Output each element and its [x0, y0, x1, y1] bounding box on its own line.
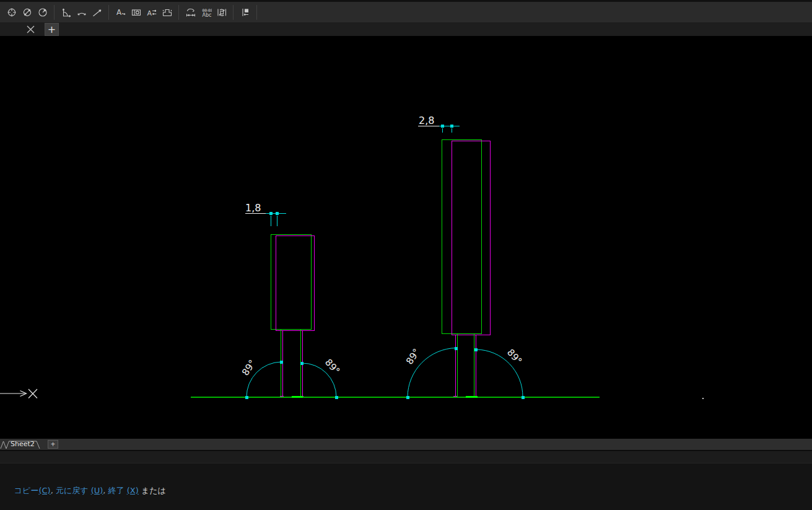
svg-text:A: A: [116, 8, 122, 17]
realign-dimension-icon: [240, 7, 251, 18]
right-post-stem-green[interactable]: [457, 333, 474, 397]
command-option-undo[interactable]: 元に戻す: [56, 486, 91, 495]
left-post-head-magenta[interactable]: [276, 235, 314, 330]
right-post-head-magenta[interactable]: [452, 141, 490, 335]
toolbar-separator: [54, 5, 55, 20]
angle-label[interactable]: 89°: [323, 357, 342, 377]
right-post-angle-dimensions[interactable]: [408, 348, 523, 398]
radius-dimension-button[interactable]: [35, 4, 50, 20]
align-dimension-text-icon: A: [146, 7, 157, 18]
right-post-drawing[interactable]: 89° 89° 2,8: [404, 115, 524, 399]
command-option-copy-key[interactable]: (C): [38, 486, 50, 495]
dimension-value[interactable]: 1,8: [245, 202, 261, 214]
left-post-stem-green[interactable]: [281, 329, 301, 397]
toolbar-separator: [178, 5, 179, 20]
command-prompt-suffix: または: [139, 486, 166, 495]
smart-dimension-icon: [185, 7, 196, 18]
selection-grips[interactable]: [406, 125, 525, 399]
text-leader-icon: A: [115, 7, 126, 18]
center-mark-button[interactable]: [4, 4, 19, 20]
right-post-width-dimension[interactable]: 2,8: [418, 115, 460, 133]
left-post-angle-dimensions[interactable]: [247, 362, 336, 397]
sheet-tab-sheet2[interactable]: Sheet2: [11, 440, 35, 448]
svg-text:Abc: Abc: [202, 12, 211, 18]
radius-dimension-icon: [37, 7, 48, 18]
right-post-head-green[interactable]: [442, 139, 481, 333]
command-option-exit[interactable]: 終了: [108, 486, 127, 495]
left-post-stem-magenta[interactable]: [280, 330, 303, 396]
dimension-toolbar: A A 88.88: [0, 2, 812, 22]
command-option-undo-key[interactable]: (U): [91, 486, 103, 495]
feature-control-frame-button[interactable]: [128, 4, 144, 20]
align-dimension-text-button[interactable]: A: [144, 4, 159, 20]
angular-dimension-button[interactable]: [58, 4, 74, 20]
angle-label[interactable]: 89°: [404, 346, 422, 366]
feature-control-frame-icon: [131, 7, 142, 18]
rotate-dimension-text-icon: [216, 7, 227, 18]
dimension-text-edit-icon: 88.88 Abc: [201, 7, 212, 18]
command-option-copy[interactable]: コピー: [14, 486, 39, 495]
command-window-border: [0, 450, 812, 464]
dimension-text-edit-button[interactable]: 88.88 Abc: [198, 4, 214, 20]
left-post-width-dimension[interactable]: 1,8: [245, 202, 286, 226]
rotate-dimension-text-button[interactable]: [214, 4, 229, 20]
drawing-canvas[interactable]: 89° 89° 1,8: [0, 36, 812, 439]
x-axis-glyph: [28, 389, 37, 398]
command-window[interactable]: コピー(C), 元に戻す (U), 終了 (X) または: [0, 464, 812, 510]
separator-text: ,: [103, 486, 108, 495]
leader-icon: [92, 7, 103, 18]
smart-dimension-button[interactable]: [183, 4, 198, 20]
cad-application-window: A A 88.88: [0, 0, 812, 510]
svg-text:A: A: [147, 9, 152, 17]
sheet-tab-bar: Sheet2 +: [0, 439, 812, 450]
realign-dimension-button[interactable]: [237, 4, 253, 20]
toolbar-separator: [233, 5, 234, 20]
svg-text:88.88: 88.88: [202, 7, 212, 12]
toolbar-separator: [256, 5, 257, 20]
toolbar-separator: [108, 5, 109, 20]
add-sheet-button[interactable]: +: [48, 440, 58, 449]
center-mark-icon: [6, 7, 17, 18]
left-post-head-green[interactable]: [271, 234, 311, 329]
pick-point-dot: [702, 398, 704, 399]
command-prompt-line: コピー(C), 元に戻す (U), 終了 (X) または: [0, 476, 812, 506]
oblique-dimension-icon: [162, 7, 173, 18]
dimension-value[interactable]: 2,8: [419, 115, 434, 126]
document-tab-bar: +: [0, 22, 812, 36]
command-option-exit-key[interactable]: (X): [127, 486, 139, 495]
diameter-dimension-button[interactable]: [19, 4, 35, 20]
left-post-drawing[interactable]: 89° 89° 1,8: [240, 202, 342, 399]
model-tab-edge-icon: [1, 441, 6, 449]
leader-button[interactable]: [89, 4, 105, 20]
ucs-axis-indicator: [0, 389, 37, 398]
arc-length-dimension-button[interactable]: [74, 4, 89, 20]
diameter-dimension-icon: [22, 7, 33, 18]
close-document-button[interactable]: [24, 23, 37, 35]
new-document-tab-button[interactable]: +: [45, 23, 59, 36]
angle-label[interactable]: 89°: [240, 358, 258, 377]
separator-text: ,: [51, 486, 56, 495]
oblique-dimension-button[interactable]: [159, 4, 175, 20]
angular-dimension-icon: [61, 7, 72, 18]
angle-label[interactable]: 89°: [505, 347, 524, 367]
text-leader-button[interactable]: A: [113, 4, 128, 20]
model-space: 89° 89° 1,8: [0, 36, 812, 439]
arc-length-dimension-icon: [76, 7, 87, 18]
close-icon: [26, 25, 35, 34]
